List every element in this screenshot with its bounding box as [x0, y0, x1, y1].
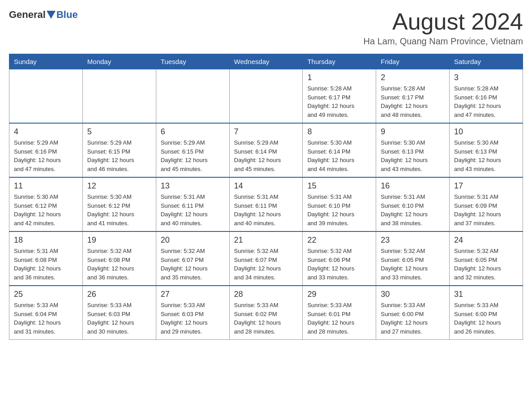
- day-number: 11: [14, 181, 78, 191]
- day-number: 3: [454, 73, 518, 82]
- calendar-day-cell: 26Sunrise: 5:33 AMSunset: 6:03 PMDayligh…: [82, 286, 156, 340]
- calendar-day-cell: 11Sunrise: 5:30 AMSunset: 6:12 PMDayligh…: [9, 177, 83, 231]
- day-number: 2: [381, 73, 445, 82]
- day-info: Sunrise: 5:28 AMSunset: 6:16 PMDaylight:…: [454, 84, 518, 119]
- day-number: 5: [87, 127, 151, 137]
- calendar-day-cell: 19Sunrise: 5:32 AMSunset: 6:08 PMDayligh…: [82, 231, 156, 286]
- day-number: 19: [87, 235, 151, 245]
- calendar-day-cell: 29Sunrise: 5:33 AMSunset: 6:01 PMDayligh…: [303, 286, 376, 340]
- weekday-header-tuesday: Tuesday: [156, 54, 229, 69]
- day-info: Sunrise: 5:31 AMSunset: 6:11 PMDaylight:…: [234, 193, 298, 227]
- logo-blue-text: Blue: [56, 9, 78, 21]
- day-info: Sunrise: 5:29 AMSunset: 6:15 PMDaylight:…: [161, 138, 225, 173]
- day-info: Sunrise: 5:30 AMSunset: 6:14 PMDaylight:…: [307, 138, 371, 173]
- day-number: 30: [381, 290, 445, 299]
- calendar-day-cell: 3Sunrise: 5:28 AMSunset: 6:16 PMDaylight…: [450, 69, 523, 124]
- weekday-header-sunday: Sunday: [9, 54, 83, 69]
- day-number: 1: [307, 73, 371, 82]
- calendar-day-cell: 27Sunrise: 5:33 AMSunset: 6:03 PMDayligh…: [156, 286, 229, 340]
- day-number: 6: [161, 127, 225, 137]
- calendar-day-cell: 30Sunrise: 5:33 AMSunset: 6:00 PMDayligh…: [376, 286, 450, 340]
- calendar-day-cell: [156, 69, 229, 124]
- logo-general-text: General: [9, 9, 46, 21]
- day-info: Sunrise: 5:31 AMSunset: 6:10 PMDaylight:…: [381, 193, 445, 227]
- day-info: Sunrise: 5:30 AMSunset: 6:12 PMDaylight:…: [87, 193, 151, 227]
- calendar-day-cell: 12Sunrise: 5:30 AMSunset: 6:12 PMDayligh…: [82, 177, 156, 231]
- calendar-day-cell: 4Sunrise: 5:29 AMSunset: 6:16 PMDaylight…: [9, 123, 83, 177]
- day-number: 10: [454, 127, 518, 137]
- day-info: Sunrise: 5:31 AMSunset: 6:10 PMDaylight:…: [307, 193, 371, 227]
- logo: General Blue: [9, 9, 78, 21]
- title-section: August 2024 Ha Lam, Quang Nam Province, …: [364, 9, 523, 47]
- day-number: 26: [87, 290, 151, 299]
- weekday-header-monday: Monday: [82, 54, 156, 69]
- calendar-week-row: 25Sunrise: 5:33 AMSunset: 6:04 PMDayligh…: [9, 286, 523, 340]
- day-number: 29: [307, 290, 371, 299]
- day-number: 13: [161, 181, 225, 191]
- location-title: Ha Lam, Quang Nam Province, Vietnam: [364, 36, 523, 47]
- day-info: Sunrise: 5:33 AMSunset: 6:00 PMDaylight:…: [381, 301, 445, 336]
- day-info: Sunrise: 5:28 AMSunset: 6:17 PMDaylight:…: [381, 84, 445, 119]
- calendar-day-cell: 5Sunrise: 5:29 AMSunset: 6:15 PMDaylight…: [82, 123, 156, 177]
- day-info: Sunrise: 5:30 AMSunset: 6:13 PMDaylight:…: [381, 138, 445, 173]
- day-info: Sunrise: 5:32 AMSunset: 6:07 PMDaylight:…: [234, 247, 298, 282]
- day-number: 15: [307, 181, 371, 191]
- page-header: General Blue August 2024 Ha Lam, Quang N…: [9, 9, 523, 47]
- day-number: 31: [454, 290, 518, 299]
- day-info: Sunrise: 5:32 AMSunset: 6:07 PMDaylight:…: [161, 247, 225, 282]
- calendar-day-cell: 15Sunrise: 5:31 AMSunset: 6:10 PMDayligh…: [303, 177, 376, 231]
- month-title: August 2024: [364, 9, 523, 34]
- day-number: 4: [14, 127, 78, 137]
- logo-arrow-icon: [47, 11, 56, 19]
- day-info: Sunrise: 5:29 AMSunset: 6:14 PMDaylight:…: [234, 138, 298, 173]
- day-info: Sunrise: 5:29 AMSunset: 6:16 PMDaylight:…: [14, 138, 78, 173]
- calendar-week-row: 4Sunrise: 5:29 AMSunset: 6:16 PMDaylight…: [9, 123, 523, 177]
- calendar-day-cell: 17Sunrise: 5:31 AMSunset: 6:09 PMDayligh…: [450, 177, 523, 231]
- day-info: Sunrise: 5:32 AMSunset: 6:05 PMDaylight:…: [454, 247, 518, 282]
- day-number: 8: [307, 127, 371, 137]
- day-number: 20: [161, 235, 225, 245]
- weekday-header-saturday: Saturday: [450, 54, 523, 69]
- calendar-day-cell: 18Sunrise: 5:31 AMSunset: 6:08 PMDayligh…: [9, 231, 83, 286]
- day-info: Sunrise: 5:29 AMSunset: 6:15 PMDaylight:…: [87, 138, 151, 173]
- day-info: Sunrise: 5:32 AMSunset: 6:08 PMDaylight:…: [87, 247, 151, 282]
- calendar-table: SundayMondayTuesdayWednesdayThursdayFrid…: [9, 54, 523, 340]
- calendar-day-cell: 21Sunrise: 5:32 AMSunset: 6:07 PMDayligh…: [229, 231, 303, 286]
- weekday-header-thursday: Thursday: [303, 54, 376, 69]
- calendar-day-cell: 23Sunrise: 5:32 AMSunset: 6:05 PMDayligh…: [376, 231, 450, 286]
- day-number: 23: [381, 235, 445, 245]
- calendar-day-cell: 10Sunrise: 5:30 AMSunset: 6:13 PMDayligh…: [450, 123, 523, 177]
- calendar-week-row: 11Sunrise: 5:30 AMSunset: 6:12 PMDayligh…: [9, 177, 523, 231]
- day-number: 9: [381, 127, 445, 137]
- calendar-day-cell: [229, 69, 303, 124]
- day-number: 17: [454, 181, 518, 191]
- day-number: 12: [87, 181, 151, 191]
- calendar-day-cell: 20Sunrise: 5:32 AMSunset: 6:07 PMDayligh…: [156, 231, 229, 286]
- day-number: 27: [161, 290, 225, 299]
- weekday-header-wednesday: Wednesday: [229, 54, 303, 69]
- day-number: 7: [234, 127, 298, 137]
- calendar-day-cell: 14Sunrise: 5:31 AMSunset: 6:11 PMDayligh…: [229, 177, 303, 231]
- calendar-day-cell: 22Sunrise: 5:32 AMSunset: 6:06 PMDayligh…: [303, 231, 376, 286]
- calendar-header-row: SundayMondayTuesdayWednesdayThursdayFrid…: [9, 54, 523, 69]
- day-info: Sunrise: 5:31 AMSunset: 6:09 PMDaylight:…: [454, 193, 518, 227]
- day-info: Sunrise: 5:33 AMSunset: 6:03 PMDaylight:…: [87, 301, 151, 336]
- calendar-day-cell: [9, 69, 83, 124]
- day-number: 16: [381, 181, 445, 191]
- day-info: Sunrise: 5:33 AMSunset: 6:00 PMDaylight:…: [454, 301, 518, 336]
- day-info: Sunrise: 5:33 AMSunset: 6:01 PMDaylight:…: [307, 301, 371, 336]
- day-number: 14: [234, 181, 298, 191]
- weekday-header-friday: Friday: [376, 54, 450, 69]
- calendar-day-cell: [82, 69, 156, 124]
- day-info: Sunrise: 5:31 AMSunset: 6:11 PMDaylight:…: [161, 193, 225, 227]
- day-number: 24: [454, 235, 518, 245]
- calendar-day-cell: 2Sunrise: 5:28 AMSunset: 6:17 PMDaylight…: [376, 69, 450, 124]
- calendar-day-cell: 1Sunrise: 5:28 AMSunset: 6:17 PMDaylight…: [303, 69, 376, 124]
- day-number: 28: [234, 290, 298, 299]
- calendar-day-cell: 25Sunrise: 5:33 AMSunset: 6:04 PMDayligh…: [9, 286, 83, 340]
- calendar-body: 1Sunrise: 5:28 AMSunset: 6:17 PMDaylight…: [9, 69, 523, 340]
- calendar-day-cell: 13Sunrise: 5:31 AMSunset: 6:11 PMDayligh…: [156, 177, 229, 231]
- day-number: 25: [14, 290, 78, 299]
- calendar-day-cell: 7Sunrise: 5:29 AMSunset: 6:14 PMDaylight…: [229, 123, 303, 177]
- calendar-day-cell: 16Sunrise: 5:31 AMSunset: 6:10 PMDayligh…: [376, 177, 450, 231]
